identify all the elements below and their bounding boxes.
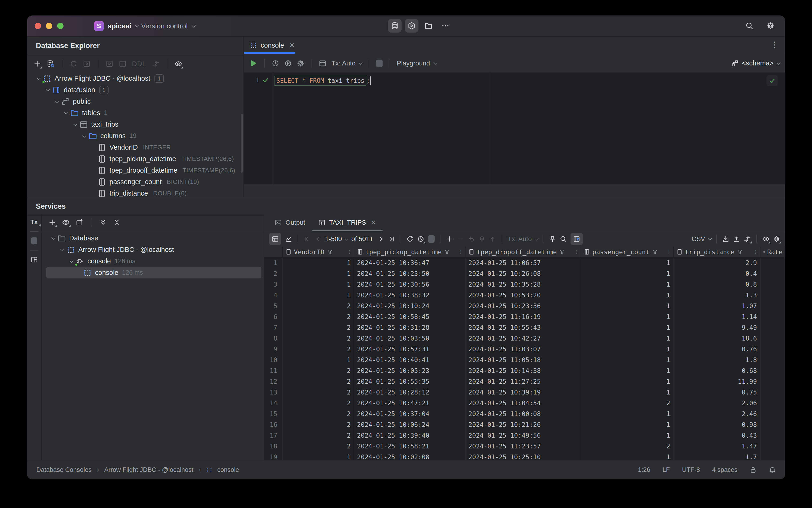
stop-button[interactable] xyxy=(376,59,382,67)
cell-passenger-count[interactable]: 1 xyxy=(581,322,674,333)
parameters-button[interactable] xyxy=(284,59,292,67)
table-row[interactable]: 18 2 2024-01-25 10:58:21 2024-01-25 11:2… xyxy=(264,441,785,452)
column-header-rate[interactable]: Rate xyxy=(760,247,785,257)
cell-rate[interactable] xyxy=(760,333,785,344)
export-format-dropdown[interactable]: CSV xyxy=(691,235,711,243)
cell-vendorid[interactable]: 2 xyxy=(283,419,354,430)
filter-funnel-icon[interactable] xyxy=(559,249,565,255)
tree-item-datasource[interactable]: Arrow Flight JDBC - @localhost 1 xyxy=(27,73,243,84)
filter-funnel-icon[interactable] xyxy=(444,249,450,255)
cell-trip-distance[interactable]: 1.3 xyxy=(674,290,760,301)
cell-trip-distance[interactable]: 1.8 xyxy=(674,354,760,366)
notifications-bell-icon[interactable] xyxy=(769,466,776,473)
sort-toggle-icon[interactable]: ▴▾ xyxy=(668,249,670,254)
table-row[interactable]: 4 1 2024-01-25 10:38:32 2024-01-25 10:53… xyxy=(264,290,785,301)
column-header-vendorid[interactable]: VendorID ▴▾ xyxy=(283,247,354,257)
preview-changes-button[interactable] xyxy=(479,236,486,243)
cell-vendorid[interactable]: 1 xyxy=(283,452,354,460)
pin-tab-button[interactable] xyxy=(549,236,556,243)
cell-dropoff-datetime[interactable]: 2024-01-25 11:03:07 xyxy=(465,344,581,354)
previous-page-button[interactable] xyxy=(314,236,321,243)
tree-item-database-group[interactable]: Database xyxy=(42,232,264,244)
cell-pickup-datetime[interactable]: 2024-01-25 10:37:04 xyxy=(354,409,465,419)
cell-dropoff-datetime[interactable]: 2024-01-25 11:06:57 xyxy=(465,257,581,268)
next-page-button[interactable] xyxy=(377,236,384,243)
read-only-lock-icon[interactable] xyxy=(750,466,757,473)
cell-dropoff-datetime[interactable]: 2024-01-25 11:27:25 xyxy=(465,376,581,387)
cell-pickup-datetime[interactable]: 2024-01-25 10:23:50 xyxy=(354,268,465,279)
cell-vendorid[interactable]: 1 xyxy=(283,354,354,366)
cell-dropoff-datetime[interactable]: 2024-01-25 10:35:28 xyxy=(465,279,581,290)
cell-passenger-count[interactable]: 2 xyxy=(581,441,674,452)
navigate-to-ddl-button[interactable] xyxy=(152,60,160,68)
encoding-widget[interactable]: UTF-8 xyxy=(682,466,700,473)
zoom-window-button[interactable] xyxy=(57,23,63,29)
cell-vendorid[interactable]: 2 xyxy=(283,430,354,441)
cell-rate[interactable] xyxy=(760,419,785,430)
services-tool-button[interactable] xyxy=(405,19,418,33)
tree-item-column[interactable]: passenger_count BIGINT(19) xyxy=(27,176,243,187)
cell-vendorid[interactable]: 2 xyxy=(283,366,354,376)
collapse-all-button[interactable] xyxy=(113,219,121,226)
cell-passenger-count[interactable]: 1 xyxy=(581,268,674,279)
cell-rate[interactable] xyxy=(760,354,785,366)
close-tab-icon[interactable]: ✕ xyxy=(371,219,376,226)
view-options-button[interactable] xyxy=(175,60,182,68)
grid-settings-button[interactable] xyxy=(773,236,780,243)
cell-dropoff-datetime[interactable]: 2024-01-25 10:26:08 xyxy=(465,268,581,279)
scrollbar[interactable] xyxy=(241,114,243,173)
cell-rate[interactable] xyxy=(760,257,785,268)
add-service-button[interactable] xyxy=(48,219,56,226)
cell-pickup-datetime[interactable]: 2024-01-25 10:31:28 xyxy=(354,322,465,333)
cell-vendorid[interactable]: 2 xyxy=(283,376,354,387)
cell-vendorid[interactable]: 2 xyxy=(283,333,354,344)
close-window-button[interactable] xyxy=(35,23,41,29)
delete-row-button[interactable] xyxy=(457,236,464,243)
cell-passenger-count[interactable]: 1 xyxy=(581,333,674,344)
tx-toggle-button[interactable]: Tx xyxy=(31,218,38,226)
cell-passenger-count[interactable]: 1 xyxy=(581,354,674,366)
cell-rate[interactable] xyxy=(760,387,785,398)
column-header-passenger-count[interactable]: passenger_count ▴▾ xyxy=(581,247,674,257)
database-tool-button[interactable] xyxy=(388,19,402,33)
cell-rate[interactable] xyxy=(760,409,785,419)
open-in-new-tab-button[interactable] xyxy=(76,219,83,226)
cell-pickup-datetime[interactable]: 2024-01-25 10:10:24 xyxy=(354,301,465,311)
minimize-window-button[interactable] xyxy=(46,23,52,29)
cell-rate[interactable] xyxy=(760,322,785,333)
sort-toggle-icon[interactable]: ▴▾ xyxy=(755,249,757,254)
cell-passenger-count[interactable]: 1 xyxy=(581,409,674,419)
row-number-header[interactable] xyxy=(264,247,283,257)
cell-trip-distance[interactable]: 11.99 xyxy=(674,376,760,387)
filter-funnel-icon[interactable] xyxy=(737,249,743,255)
inspection-widget[interactable] xyxy=(767,75,778,86)
run-button[interactable] xyxy=(250,59,257,67)
cell-vendorid[interactable]: 2 xyxy=(283,344,354,354)
cell-passenger-count[interactable]: 1 xyxy=(581,301,674,311)
cell-passenger-count[interactable]: 1 xyxy=(581,279,674,290)
submit-button[interactable] xyxy=(489,236,496,243)
grid-view-button[interactable] xyxy=(269,233,281,245)
version-control-menu[interactable]: Version control xyxy=(141,15,194,37)
cell-pickup-datetime[interactable]: 2024-01-25 10:40:41 xyxy=(354,354,465,366)
cell-vendorid[interactable]: 2 xyxy=(283,409,354,419)
edit-table-button[interactable] xyxy=(319,59,326,67)
column-header-dropoff[interactable]: tpep_dropoff_datetime ▴▾ xyxy=(465,247,581,257)
cell-vendorid[interactable]: 1 xyxy=(283,279,354,290)
cell-vendorid[interactable]: 1 xyxy=(283,268,354,279)
cell-rate[interactable] xyxy=(760,279,785,290)
cell-passenger-count[interactable]: 1 xyxy=(581,344,674,354)
cell-rate[interactable] xyxy=(760,366,785,376)
disconnect-button[interactable] xyxy=(83,60,90,68)
open-data-button[interactable] xyxy=(119,60,126,68)
cell-vendorid[interactable]: 2 xyxy=(283,441,354,452)
tree-item-console-selected[interactable]: console 126 ms xyxy=(46,267,261,279)
cell-dropoff-datetime[interactable]: 2024-01-25 10:49:56 xyxy=(465,430,581,441)
cell-vendorid[interactable]: 1 xyxy=(283,257,354,268)
tree-item-column[interactable]: tpep_pickup_datetime TIMESTAMP(26,6) xyxy=(27,153,243,165)
cell-rate[interactable] xyxy=(760,301,785,311)
cell-dropoff-datetime[interactable]: 2024-01-25 10:42:27 xyxy=(465,333,581,344)
settings-button[interactable] xyxy=(764,19,777,33)
cell-vendorid[interactable]: 2 xyxy=(283,387,354,398)
import-button[interactable] xyxy=(722,236,729,243)
